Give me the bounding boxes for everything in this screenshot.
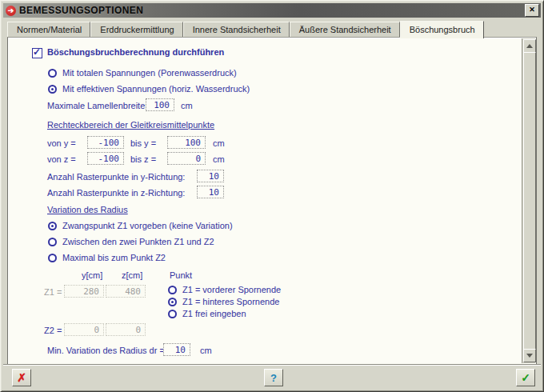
- tab-normen-material[interactable]: Normen/Material: [7, 22, 90, 38]
- radio-z1-frei-eingeben[interactable]: [168, 310, 177, 318]
- radio-z1-frei-eingeben-label: Z1 frei eingeben: [182, 309, 246, 318]
- scroll-down-button[interactable]: [523, 349, 536, 362]
- z2-y-input: [64, 323, 104, 336]
- von-y-input[interactable]: [87, 136, 124, 149]
- arrow-down-icon: [526, 354, 533, 358]
- variation-radius-heading: Variation des Radius: [47, 205, 128, 214]
- z2-z-input: [106, 323, 146, 336]
- tab-boeschungsbruch[interactable]: Böschungsbruch: [400, 21, 484, 38]
- tab-page-boeschungsbruch: ✓ Böschungsbruchberechnung durchführen M…: [7, 37, 537, 365]
- von-z-input[interactable]: [87, 152, 124, 165]
- arrow-up-icon: [526, 44, 533, 48]
- bis-z-label: bis z =: [130, 154, 156, 164]
- help-question-icon: ?: [270, 372, 277, 384]
- ok-button[interactable]: ✓: [516, 369, 535, 386]
- z1-label: Z1 =: [44, 287, 62, 297]
- radio-z1-vorderer-spornende[interactable]: [168, 286, 177, 294]
- bis-y-input[interactable]: [167, 136, 206, 149]
- dr-unit: cm: [200, 346, 212, 355]
- z2-label: Z2 =: [44, 326, 62, 335]
- cancel-x-icon: ✗: [17, 371, 26, 384]
- lamellenbreite-label: Maximale Lamellenbreite:: [47, 101, 147, 110]
- ok-check-icon: ✓: [521, 371, 530, 384]
- column-header-ycm: y[cm]: [82, 270, 102, 280]
- tab-erddruckermittlung[interactable]: Erddruckermittlung: [90, 22, 182, 38]
- z1-y-input: [64, 285, 104, 298]
- raster-z-label: Anzahl Rasterpunkte in z-Richtung:: [47, 188, 185, 198]
- lamellenbreite-input[interactable]: [146, 98, 174, 111]
- scroll-up-button[interactable]: [523, 39, 536, 53]
- von-y-label: von y =: [47, 138, 76, 148]
- column-header-punkt: Punkt: [170, 270, 192, 280]
- raster-y-label: Anzahl Rasterpunkte in y-Richtung:: [47, 172, 185, 182]
- row-z-unit: cm: [213, 154, 225, 164]
- window-title: BEMESSUNGSOPTIONEN: [19, 5, 525, 16]
- raster-z-input[interactable]: [197, 186, 224, 198]
- lamellenbreite-unit: cm: [181, 101, 193, 110]
- radio-zwangspunkt-z1-label: Zwangspunkt Z1 vorgeben (keine Variation…: [62, 221, 233, 230]
- von-z-label: von z =: [47, 154, 76, 164]
- bis-y-label: bis y =: [130, 138, 156, 148]
- vertical-scrollbar[interactable]: [522, 38, 535, 363]
- dr-input[interactable]: [163, 343, 190, 356]
- tab-innere-standsicherheit[interactable]: Innere Standsicherheit: [183, 22, 290, 38]
- tab-aeussere-standsicherheit[interactable]: Äußere Standsicherheit: [290, 22, 400, 38]
- row-y-unit: cm: [213, 138, 225, 148]
- radio-effektive-spannungen[interactable]: [48, 85, 57, 94]
- button-bar: ✗ ? ✓: [3, 364, 541, 389]
- z1-z-input: [106, 285, 146, 298]
- dr-label: Min. Variation des Radius dr =: [47, 346, 165, 355]
- boeschungsbruch-checkbox[interactable]: ✓: [32, 48, 42, 58]
- raster-y-input[interactable]: [197, 170, 224, 182]
- title-bar: ➔ BEMESSUNGSOPTIONEN ✕: [3, 3, 541, 18]
- radio-maximal-z2[interactable]: [48, 254, 57, 262]
- scrollbar-thumb[interactable]: [523, 52, 536, 350]
- radio-zwischen-z1-z2[interactable]: [48, 238, 57, 246]
- radio-totale-spannungen-label: Mit totalen Spannungen (Porenwasserdruck…: [62, 68, 237, 78]
- checkmark-icon: ✓: [33, 46, 41, 58]
- column-header-zcm: z[cm]: [122, 270, 142, 280]
- cancel-button[interactable]: ✗: [12, 369, 31, 386]
- tab-bar: Normen/Material Erddruckermittlung Inner…: [7, 21, 484, 38]
- radio-z1-hinteres-spornende-label: Z1 = hinteres Spornende: [182, 297, 279, 306]
- app-arrow-icon: ➔: [6, 6, 16, 16]
- radio-zwischen-z1-z2-label: Zwischen den zwei Punkten Z1 und Z2: [62, 237, 214, 246]
- radio-maximal-z2-label: Maximal bis zum Punkt Z2: [62, 253, 166, 262]
- radio-z1-hinteres-spornende[interactable]: [168, 298, 177, 306]
- radio-totale-spannungen[interactable]: [48, 69, 57, 78]
- help-button[interactable]: ?: [264, 369, 283, 386]
- bis-z-input[interactable]: [167, 152, 206, 165]
- close-icon[interactable]: ✕: [525, 4, 539, 17]
- radio-z1-vorderer-spornende-label: Z1 = vorderer Spornende: [182, 285, 281, 294]
- radio-zwangspunkt-z1[interactable]: [48, 222, 57, 230]
- boeschungsbruch-checkbox-label: Böschungsbruchberechnung durchführen: [47, 47, 224, 57]
- bemessungsoptionen-dialog: ➔ BEMESSUNGSOPTIONEN ✕ Normen/Material E…: [0, 0, 544, 392]
- rechteckbereich-heading: Rechteckbereich der Gleitkreismittelpunk…: [47, 120, 214, 130]
- radio-effektive-spannungen-label: Mit effektiven Spannungen (horiz. Wasser…: [62, 84, 250, 94]
